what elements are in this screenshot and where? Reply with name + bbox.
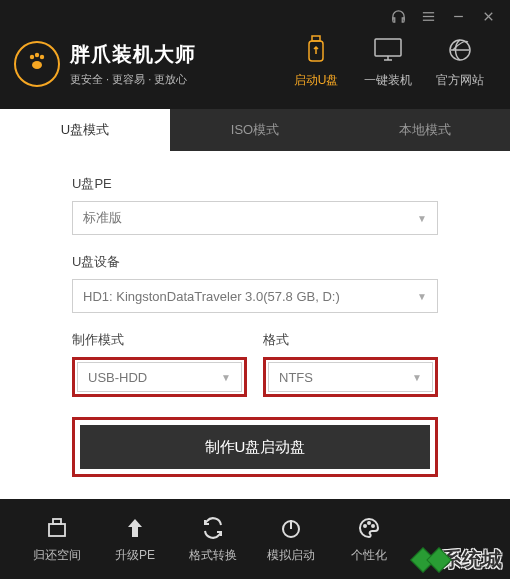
restore-icon bbox=[45, 515, 69, 541]
menu-icon[interactable] bbox=[420, 8, 436, 24]
make-mode-value: USB-HDD bbox=[88, 370, 147, 385]
logo-circle bbox=[14, 41, 60, 87]
pe-value: 标准版 bbox=[83, 209, 122, 227]
svg-rect-17 bbox=[53, 519, 61, 524]
format-highlight: NTFS ▼ bbox=[263, 357, 438, 397]
restore-space-button[interactable]: 归还空间 bbox=[18, 515, 96, 564]
svg-rect-12 bbox=[375, 39, 401, 56]
caret-down-icon: ▼ bbox=[412, 372, 422, 383]
mode-tabs: U盘模式 ISO模式 本地模式 bbox=[0, 109, 510, 151]
header-nav: 启动U盘 一键装机 官方网站 bbox=[280, 28, 496, 99]
svg-point-22 bbox=[372, 525, 374, 527]
minimize-icon[interactable] bbox=[450, 8, 466, 24]
nav-boot-usb[interactable]: 启动U盘 bbox=[280, 28, 352, 99]
svg-point-20 bbox=[364, 525, 366, 527]
tab-usb-mode[interactable]: U盘模式 bbox=[0, 109, 170, 151]
nav-label: 启动U盘 bbox=[294, 72, 339, 89]
make-button-highlight: 制作U盘启动盘 bbox=[72, 417, 438, 477]
brand: 胖爪装机大师 更安全 · 更容易 · 更放心 bbox=[14, 41, 280, 87]
monitor-icon bbox=[372, 34, 404, 66]
device-label: U盘设备 bbox=[72, 253, 438, 271]
bottom-label: 个性化 bbox=[351, 547, 387, 564]
bottom-label: 模拟启动 bbox=[267, 547, 315, 564]
bottom-label: 升级PE bbox=[115, 547, 155, 564]
tab-local-mode[interactable]: 本地模式 bbox=[340, 109, 510, 151]
main-panel: U盘PE 标准版 ▼ U盘设备 HD1: KingstonDataTravele… bbox=[0, 151, 510, 499]
svg-rect-16 bbox=[49, 524, 65, 536]
svg-point-21 bbox=[368, 522, 370, 524]
svg-point-8 bbox=[40, 54, 44, 58]
pe-label: U盘PE bbox=[72, 175, 438, 193]
titlebar bbox=[0, 0, 510, 24]
svg-point-6 bbox=[30, 54, 34, 58]
format-label: 格式 bbox=[263, 331, 438, 349]
upgrade-pe-button[interactable]: 升级PE bbox=[96, 515, 174, 564]
close-icon[interactable] bbox=[480, 8, 496, 24]
nav-website[interactable]: 官方网站 bbox=[424, 28, 496, 99]
palette-icon bbox=[357, 515, 381, 541]
personalize-button[interactable]: 个性化 bbox=[330, 515, 408, 564]
pe-select[interactable]: 标准版 ▼ bbox=[72, 201, 438, 235]
caret-down-icon: ▼ bbox=[221, 372, 231, 383]
make-usb-button[interactable]: 制作U盘启动盘 bbox=[80, 425, 430, 469]
usb-icon bbox=[300, 34, 332, 66]
format-value: NTFS bbox=[279, 370, 313, 385]
device-select[interactable]: HD1: KingstonDataTraveler 3.0(57.8 GB, D… bbox=[72, 279, 438, 313]
make-mode-label: 制作模式 bbox=[72, 331, 247, 349]
header: 胖爪装机大师 更安全 · 更容易 · 更放心 启动U盘 一键装机 官方网站 bbox=[0, 24, 510, 109]
format-select[interactable]: NTFS ▼ bbox=[268, 362, 433, 392]
caret-down-icon: ▼ bbox=[417, 291, 427, 302]
bottom-label: 格式转换 bbox=[189, 547, 237, 564]
bottom-toolbar: 归还空间 升级PE 格式转换 模拟启动 个性化 bbox=[0, 499, 510, 564]
headphones-icon[interactable] bbox=[390, 8, 406, 24]
brand-title: 胖爪装机大师 bbox=[70, 41, 196, 68]
paw-icon bbox=[25, 49, 49, 79]
tab-iso-mode[interactable]: ISO模式 bbox=[170, 109, 340, 151]
format-convert-button[interactable]: 格式转换 bbox=[174, 515, 252, 564]
svg-rect-11 bbox=[312, 36, 320, 41]
upgrade-icon bbox=[123, 515, 147, 541]
nav-label: 一键装机 bbox=[364, 72, 412, 89]
power-icon bbox=[279, 515, 303, 541]
convert-icon bbox=[201, 515, 225, 541]
brand-subtitle: 更安全 · 更容易 · 更放心 bbox=[70, 72, 196, 87]
make-mode-select[interactable]: USB-HDD ▼ bbox=[77, 362, 242, 392]
device-value: HD1: KingstonDataTraveler 3.0(57.8 GB, D… bbox=[83, 289, 340, 304]
simulate-boot-button[interactable]: 模拟启动 bbox=[252, 515, 330, 564]
svg-point-9 bbox=[32, 61, 42, 69]
nav-one-click[interactable]: 一键装机 bbox=[352, 28, 424, 99]
nav-label: 官方网站 bbox=[436, 72, 484, 89]
caret-down-icon: ▼ bbox=[417, 213, 427, 224]
make-mode-highlight: USB-HDD ▼ bbox=[72, 357, 247, 397]
bottom-label: 归还空间 bbox=[33, 547, 81, 564]
svg-point-7 bbox=[35, 52, 39, 56]
ie-icon bbox=[444, 34, 476, 66]
